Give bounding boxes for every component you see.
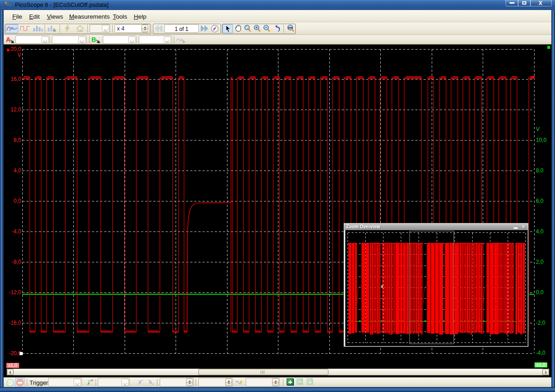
svg-text:-20,0: -20,0	[9, 350, 21, 357]
svg-text:V: V	[17, 52, 21, 58]
svg-text:6,0: 6,0	[536, 198, 544, 204]
svg-text:-4,0: -4,0	[536, 350, 545, 356]
svg-text:V: V	[536, 126, 540, 132]
svg-text:16,0: 16,0	[10, 76, 21, 82]
svg-text:20,0: 20,0	[10, 46, 21, 52]
svg-text:-2,0: -2,0	[536, 320, 545, 326]
svg-text:0,0: 0,0	[536, 289, 544, 296]
svg-text:-8,0: -8,0	[12, 259, 21, 265]
svg-text:-16,0: -16,0	[9, 320, 21, 326]
svg-text:4,0: 4,0	[14, 167, 21, 174]
svg-text:2,0: 2,0	[536, 259, 544, 265]
svg-text:12,0: 12,0	[10, 106, 21, 113]
svg-text:8,0: 8,0	[14, 137, 21, 143]
svg-text:-4,0: -4,0	[12, 228, 21, 235]
svg-text:8,0: 8,0	[536, 167, 544, 174]
svg-text:4,0: 4,0	[536, 228, 544, 235]
svg-text:0,0: 0,0	[14, 198, 21, 204]
svg-text:-12,0: -12,0	[9, 289, 21, 296]
svg-text:100: 100	[288, 26, 293, 29]
svg-text:10,0: 10,0	[536, 137, 547, 143]
